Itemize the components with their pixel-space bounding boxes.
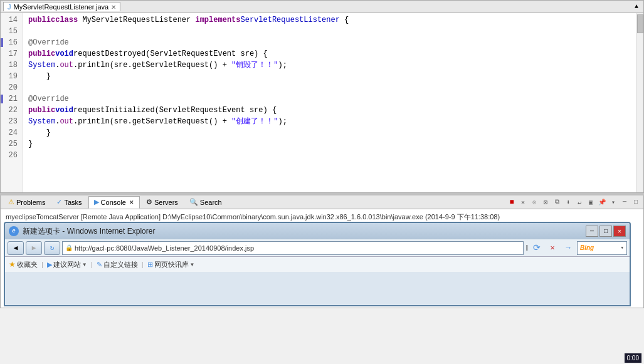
line-number: 14 bbox=[1, 14, 20, 26]
address-security-icon: 🔒 bbox=[65, 244, 73, 252]
clock-time: 0:00 bbox=[627, 355, 639, 361]
line-number: 24 bbox=[1, 127, 20, 138]
line-number: 22 bbox=[1, 105, 20, 116]
word-wrap-btn[interactable]: ↵ bbox=[574, 197, 584, 207]
line-number: 19 bbox=[1, 71, 20, 82]
browser-close-btn[interactable]: ✕ bbox=[613, 226, 626, 237]
favorites-star-icon: ★ bbox=[9, 260, 16, 269]
browser-title-bar: e 新建选项卡 - Windows Internet Explorer ─ □ … bbox=[5, 223, 630, 239]
code-line: public void requestInitialized(ServletRe… bbox=[28, 105, 638, 116]
tasks-icon: ✓ bbox=[56, 198, 62, 206]
code-area[interactable]: public class MyServletRequestListener im… bbox=[23, 13, 643, 192]
line-number: 15 bbox=[1, 26, 20, 37]
line-numbers: 14151617181920212223242526 bbox=[1, 13, 23, 192]
open-console-btn[interactable]: ▣ bbox=[586, 197, 596, 207]
browser-minimize-btn[interactable]: ─ bbox=[586, 226, 598, 237]
code-line: System.out.println(sre.getServletRequest… bbox=[28, 116, 638, 127]
line-number: 18 bbox=[1, 60, 20, 71]
search-box[interactable]: Bing ▾ bbox=[577, 241, 627, 255]
code-line bbox=[28, 150, 638, 161]
disconnect-btn[interactable]: ✕ bbox=[518, 197, 528, 207]
code-line bbox=[28, 26, 638, 37]
address-text: http://gacl-pc:8080/JavaWeb_Listener_201… bbox=[75, 244, 520, 252]
scroll-lock-btn[interactable]: ⬇ bbox=[563, 197, 573, 207]
maximize-panel-btn[interactable]: □ bbox=[631, 197, 641, 207]
tasks-label: Tasks bbox=[64, 199, 82, 206]
fav-item-custom[interactable]: ✎ 自定义链接 bbox=[97, 260, 138, 269]
stop-page-btn[interactable]: ✕ bbox=[546, 241, 559, 255]
back-btn[interactable]: ◀ bbox=[8, 241, 24, 255]
favorites-menu[interactable]: ★ 收藏夹 bbox=[9, 260, 38, 269]
menu-btn[interactable]: ▾ bbox=[608, 197, 618, 207]
code-line: } bbox=[28, 71, 638, 82]
line-number: 20 bbox=[1, 82, 20, 93]
scrollbar-thumb[interactable] bbox=[637, 14, 643, 33]
code-line: } bbox=[28, 138, 638, 150]
fav-item-quicktabs[interactable]: ⊞ 网页快讯库 ▼ bbox=[147, 260, 195, 269]
panel-toolbar: ■ ✕ ⊗ ⊠ ⧉ ⬇ ↵ ▣ 📌 ▾ ─ □ bbox=[507, 197, 641, 207]
search-expand-icon[interactable]: ▾ bbox=[621, 244, 624, 251]
code-line: public class MyServletRequestListener im… bbox=[28, 14, 638, 26]
problems-icon: ⚠ bbox=[8, 198, 14, 206]
line-number: 16 bbox=[1, 37, 20, 48]
panel-tab-servers[interactable]: ⚙ Servers bbox=[141, 196, 183, 209]
panel-tab-console[interactable]: ▶ Console ✕ bbox=[88, 196, 140, 209]
minimize-btn[interactable]: ─ bbox=[620, 197, 630, 207]
editor-content: 14151617181920212223242526 public class … bbox=[1, 13, 643, 192]
favorites-label: 收藏夹 bbox=[17, 260, 38, 269]
stop-btn[interactable]: ■ bbox=[507, 197, 517, 207]
ie-icon: e bbox=[9, 226, 19, 236]
bottom-panel: ⚠ Problems ✓ Tasks ▶ Console ✕ ⚙ Servers… bbox=[0, 195, 644, 308]
fav-tabs-icon: ⊞ bbox=[147, 261, 153, 269]
browser-window-buttons: ─ □ ✕ bbox=[586, 226, 626, 237]
console-label: Console bbox=[101, 199, 126, 206]
fav-custom-label: 自定义链接 bbox=[103, 260, 138, 269]
browser-window: e 新建选项卡 - Windows Internet Explorer ─ □ … bbox=[4, 222, 631, 306]
fav-divider3: | bbox=[142, 261, 144, 268]
editor-scrollbar[interactable] bbox=[636, 13, 643, 192]
console-text: myeclipseTomcatServer [Remote Java Appli… bbox=[6, 213, 500, 221]
code-line: System.out.println(sre.getServletRequest… bbox=[28, 60, 638, 71]
panel-tab-problems[interactable]: ⚠ Problems bbox=[3, 196, 50, 209]
browser-title: 新建选项卡 - Windows Internet Explorer bbox=[23, 226, 582, 237]
tab-label: MyServletRequestListener.java bbox=[14, 3, 109, 11]
go-btn[interactable]: → bbox=[561, 241, 575, 255]
address-bar[interactable]: 🔒 http://gacl-pc:8080/JavaWeb_Listener_2… bbox=[62, 241, 524, 255]
browser-restore-btn[interactable]: □ bbox=[599, 226, 612, 237]
refresh-page-btn[interactable]: ⟳ bbox=[530, 241, 544, 255]
browser-go-area: ⟳ ✕ → bbox=[530, 241, 575, 255]
terminate-btn[interactable]: ⊗ bbox=[529, 197, 539, 207]
panel-tab-bar: ⚠ Problems ✓ Tasks ▶ Console ✕ ⚙ Servers… bbox=[1, 195, 643, 209]
servers-label: Servers bbox=[154, 199, 178, 206]
panel-tab-search[interactable]: 🔍 Search bbox=[184, 196, 227, 209]
code-line: @Override bbox=[28, 37, 638, 48]
refresh-btn[interactable]: ↻ bbox=[44, 241, 60, 255]
line-number: 21 bbox=[1, 93, 20, 105]
fav-item-suggestions[interactable]: ▶ 建议网站 ▼ bbox=[47, 260, 87, 269]
panel-tab-tasks[interactable]: ✓ Tasks bbox=[51, 196, 87, 209]
console-close-icon[interactable]: ✕ bbox=[129, 199, 134, 205]
search-icon: 🔍 bbox=[189, 198, 198, 206]
fav-divider: | bbox=[41, 261, 43, 268]
code-line: @Override bbox=[28, 93, 638, 105]
copy-btn[interactable]: ⧉ bbox=[552, 197, 562, 207]
tab-close-icon[interactable]: ✕ bbox=[111, 4, 116, 11]
code-line: } bbox=[28, 127, 638, 138]
clear-btn[interactable]: ⊠ bbox=[541, 197, 551, 207]
editor-tab-bar: J MyServletRequestListener.java ✕ ▲ bbox=[1, 1, 643, 13]
code-line: public void requestDestroyed(ServletRequ… bbox=[28, 48, 638, 60]
fav-suggestions-label: 建议网站 bbox=[53, 260, 81, 269]
pin-btn[interactable]: 📌 bbox=[597, 197, 607, 207]
line-number: 17 bbox=[1, 48, 20, 60]
cursor-in-address: I bbox=[525, 243, 528, 252]
editor-container: J MyServletRequestListener.java ✕ ▲ 1415… bbox=[0, 0, 644, 193]
fav-green-icon: ▶ bbox=[47, 261, 52, 269]
taskbar-clock: 0:00 bbox=[625, 353, 641, 363]
console-icon: ▶ bbox=[94, 198, 99, 206]
suggestions-dropdown-icon[interactable]: ▼ bbox=[82, 262, 87, 268]
fav-edit-icon: ✎ bbox=[97, 261, 102, 269]
quicktabs-dropdown-icon[interactable]: ▼ bbox=[190, 262, 195, 268]
forward-btn[interactable]: ▶ bbox=[26, 241, 42, 255]
editor-tab[interactable]: J MyServletRequestListener.java ✕ bbox=[3, 2, 120, 11]
editor-maximize-icon[interactable]: ▲ bbox=[632, 2, 641, 11]
